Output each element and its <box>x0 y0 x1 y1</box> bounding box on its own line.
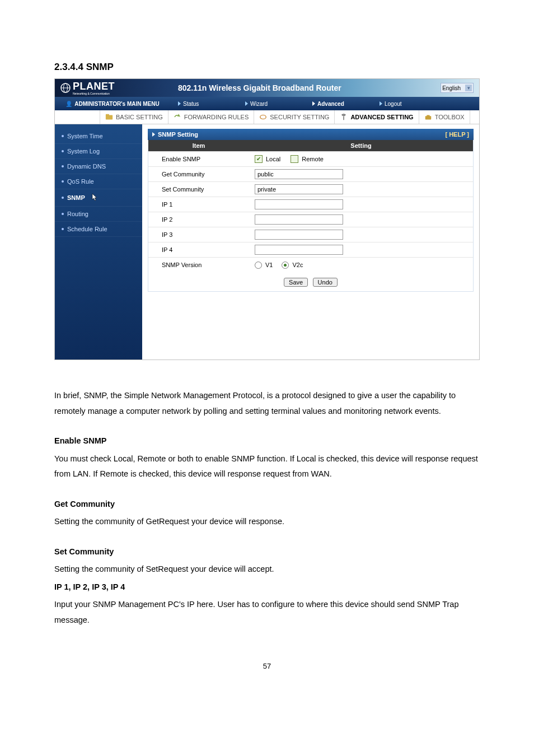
row-set-community-label: Set Community <box>148 186 249 193</box>
nav-logout-label: Logout <box>385 101 402 107</box>
tab-security-setting-label: SECURITY SETTING <box>270 114 329 120</box>
arrow-icon <box>380 101 382 106</box>
content-panel: SNMP Setting [ HELP ] Item Setting Enabl… <box>142 124 479 360</box>
paragraph-ip: Input your SNMP Management PC's IP here.… <box>54 597 480 628</box>
panel-header: SNMP Setting [ HELP ] <box>148 129 474 140</box>
nav-wizard[interactable]: Wizard <box>237 101 305 107</box>
ip2-input[interactable] <box>255 214 343 225</box>
undo-button[interactable]: Undo <box>313 278 338 287</box>
row-snmp-version-label: SNMP Version <box>148 262 249 268</box>
checkbox-remote[interactable]: ✔ <box>291 155 298 163</box>
radio-v2c[interactable] <box>282 262 289 269</box>
main-nav: 👤 ADMINISTRATOR's MAIN MENU Status Wizar… <box>55 97 479 110</box>
nav-advanced-label: Advanced <box>317 101 344 107</box>
sidebar-item-system-time[interactable]: System Time <box>55 129 142 144</box>
brand-name: PLANET <box>73 81 115 92</box>
svg-point-5 <box>260 115 266 119</box>
bullet-icon <box>62 228 64 230</box>
section-heading: 2.3.4.4 SNMP <box>54 62 480 73</box>
tab-toolbox[interactable]: TOOLBOX <box>419 110 470 124</box>
checkbox-local-label: Local <box>266 156 280 162</box>
router-admin-screenshot: PLANET Networking & Communication 802.11… <box>54 78 480 360</box>
bullet-icon <box>62 165 64 167</box>
paragraph-set-community: Setting the community of SetRequest your… <box>54 562 480 577</box>
settings-table: Item Setting Enable SNMP ✔ Local ✔ Remot… <box>148 140 474 292</box>
logo: PLANET Networking & Communication <box>60 81 115 95</box>
tab-forwarding-rules-label: FORWARDING RULES <box>184 114 249 120</box>
brand-tagline: Networking & Communication <box>73 92 115 95</box>
nav-logout[interactable]: Logout <box>372 101 439 107</box>
language-select[interactable]: English ▾ <box>441 83 474 93</box>
get-community-input[interactable] <box>255 169 343 179</box>
nav-advanced[interactable]: Advanced <box>305 101 372 107</box>
paragraph-intro: In brief, SNMP, the Simple Network Manag… <box>54 388 480 419</box>
sidebar-item-label: QoS Rule <box>67 178 94 185</box>
radio-v1[interactable] <box>255 262 262 269</box>
sidebar-item-routing[interactable]: Routing <box>55 207 142 222</box>
nav-status[interactable]: Status <box>170 101 237 107</box>
banner: PLANET Networking & Communication 802.11… <box>55 79 479 97</box>
svg-rect-3 <box>106 115 113 120</box>
sidebar-item-schedule-rule[interactable]: Schedule Rule <box>55 222 142 237</box>
column-header-item: Item <box>148 142 249 149</box>
row-enable-snmp-label: Enable SNMP <box>148 156 249 162</box>
row-ip2-label: IP 2 <box>148 216 249 223</box>
svg-rect-4 <box>106 114 109 116</box>
row-ip1-label: IP 1 <box>148 201 249 208</box>
sidebar-item-label: System Log <box>67 148 100 155</box>
paragraph-enable-snmp: You must check Local, Remote or both to … <box>54 451 480 482</box>
set-community-input[interactable] <box>255 184 343 194</box>
paragraph-get-community: Setting the community of GetRequest your… <box>54 514 480 530</box>
sidebar-item-label: Schedule Rule <box>67 226 107 232</box>
row-ip3-label: IP 3 <box>148 231 249 238</box>
arrow-icon <box>178 101 181 106</box>
panel-title: SNMP Setting <box>158 131 198 138</box>
nav-status-label: Status <box>183 101 199 107</box>
bullet-icon <box>62 213 64 215</box>
sidebar: System Time System Log Dynamic DNS QoS R… <box>55 124 142 360</box>
sidebar-item-qos-rule[interactable]: QoS Rule <box>55 174 142 189</box>
heading-set-community: Set Community <box>54 547 114 556</box>
checkbox-remote-label: Remote <box>302 156 324 162</box>
ip3-input[interactable] <box>255 230 343 240</box>
nav-wizard-label: Wizard <box>250 101 268 107</box>
forward-icon <box>174 113 181 121</box>
folder-icon <box>105 113 113 121</box>
save-button[interactable]: Save <box>284 278 308 287</box>
radio-v2c-label: V2c <box>292 262 303 268</box>
tab-forwarding-rules[interactable]: FORWARDING RULES <box>168 110 255 124</box>
sidebar-item-snmp[interactable]: SNMP <box>55 189 142 207</box>
heading-enable-snmp: Enable SNMP <box>54 436 106 445</box>
tab-toolbox-label: TOOLBOX <box>435 114 465 120</box>
sidebar-item-system-log[interactable]: System Log <box>55 144 142 159</box>
svg-rect-6 <box>425 116 431 119</box>
arrow-icon <box>152 132 155 137</box>
tab-advanced-setting-label: ADVANCED SETTING <box>350 114 413 120</box>
banner-title: 802.11n Wireless Gigabit Broadband Route… <box>178 83 341 92</box>
help-link[interactable]: [ HELP ] <box>445 131 469 138</box>
ip1-input[interactable] <box>255 199 343 209</box>
tab-basic-setting-label: BASIC SETTING <box>116 114 163 120</box>
user-icon: 👤 <box>65 101 72 107</box>
cursor-icon <box>91 193 99 202</box>
ip4-input[interactable] <box>255 245 343 255</box>
tab-advanced-setting[interactable]: ADVANCED SETTING <box>335 110 419 124</box>
row-ip4-label: IP 4 <box>148 246 249 253</box>
sub-nav: BASIC SETTING FORWARDING RULES SECURITY … <box>55 110 479 124</box>
sidebar-item-label: Dynamic DNS <box>67 163 106 170</box>
tab-security-setting[interactable]: SECURITY SETTING <box>254 110 335 124</box>
button-row: Save Undo <box>148 272 473 291</box>
bullet-icon <box>62 180 64 183</box>
tab-basic-setting[interactable]: BASIC SETTING <box>100 110 168 124</box>
page-number: 57 <box>54 662 480 670</box>
heading-get-community: Get Community <box>54 500 115 508</box>
heading-ip: IP 1, IP 2, IP 3, IP 4 <box>54 582 125 591</box>
chevron-down-icon: ▾ <box>465 85 472 91</box>
sidebar-item-dynamic-dns[interactable]: Dynamic DNS <box>55 159 142 174</box>
admin-main-menu-text: ADMINISTRATOR's MAIN MENU <box>74 101 159 107</box>
shield-icon <box>259 113 267 121</box>
checkbox-local[interactable]: ✔ <box>255 155 263 163</box>
document-body: In brief, SNMP, the Simple Network Manag… <box>54 388 480 628</box>
admin-main-menu-label: 👤 ADMINISTRATOR's MAIN MENU <box>55 101 170 107</box>
globe-icon <box>60 83 71 93</box>
